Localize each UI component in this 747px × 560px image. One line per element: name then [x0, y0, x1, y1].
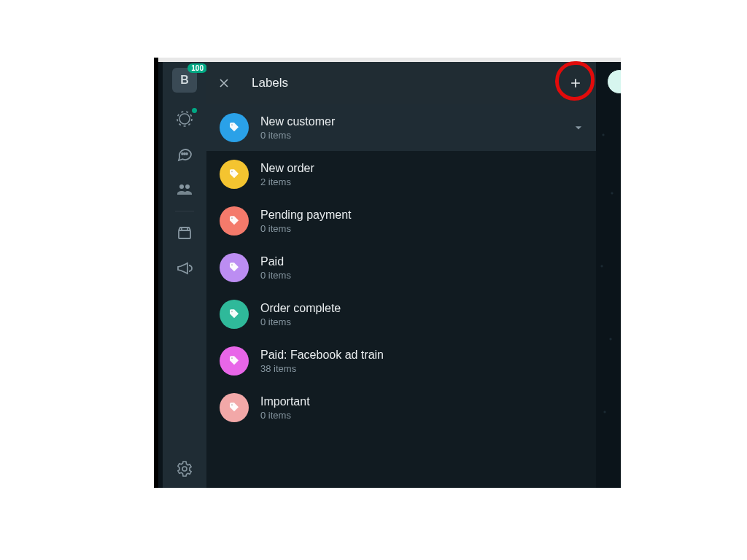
- panel-header: Labels: [206, 62, 600, 104]
- announce-icon[interactable]: [176, 260, 193, 277]
- svg-point-8: [182, 467, 187, 471]
- label-name: New order: [260, 161, 586, 176]
- label-subtitle: 0 items: [260, 409, 586, 421]
- svg-point-13: [231, 311, 233, 312]
- tag-icon: [220, 160, 249, 189]
- svg-point-9: [231, 124, 233, 125]
- label-subtitle: 38 items: [260, 362, 586, 375]
- svg-point-14: [231, 357, 233, 359]
- label-item[interactable]: New order2 items: [206, 151, 600, 198]
- label-list: New customer0 itemsNew order2 itemsPendi…: [206, 104, 600, 488]
- label-subtitle: 0 items: [260, 269, 586, 281]
- status-dot: [192, 108, 197, 113]
- labels-panel: Labels New customer0 itemsNew order2 ite…: [206, 62, 600, 488]
- label-item[interactable]: New customer0 items: [206, 104, 600, 151]
- svg-point-12: [231, 264, 233, 265]
- label-subtitle: 0 items: [260, 316, 586, 328]
- label-item[interactable]: Important0 items: [206, 384, 600, 431]
- label-texts: Pending payment0 items: [260, 208, 586, 235]
- label-name: Important: [260, 394, 586, 409]
- label-subtitle: 0 items: [260, 129, 560, 141]
- label-item[interactable]: Pending payment0 items: [206, 198, 600, 244]
- status-icon[interactable]: [176, 110, 193, 128]
- label-subtitle: 0 items: [260, 222, 586, 235]
- svg-rect-7: [179, 230, 190, 238]
- catalog-icon[interactable]: [176, 225, 193, 242]
- svg-point-11: [231, 217, 233, 219]
- chat-background: [596, 106, 621, 488]
- label-item[interactable]: Order complete0 items: [206, 291, 600, 338]
- tag-icon: [220, 206, 249, 236]
- tag-icon: [220, 300, 249, 329]
- svg-point-15: [231, 404, 233, 405]
- svg-point-4: [186, 153, 187, 155]
- label-texts: New customer0 items: [260, 114, 560, 141]
- close-button[interactable]: [215, 74, 233, 92]
- tag-icon: [220, 346, 249, 376]
- contact-avatar[interactable]: [607, 69, 621, 94]
- svg-point-5: [179, 184, 184, 189]
- label-name: New customer: [260, 114, 560, 129]
- svg-point-6: [185, 184, 190, 189]
- label-name: Paid: [260, 254, 586, 269]
- label-name: Paid: Facebook ad train: [260, 348, 586, 362]
- tag-icon: [220, 253, 249, 282]
- svg-point-10: [231, 171, 233, 172]
- add-label-button[interactable]: [562, 70, 589, 96]
- nav-divider: [175, 211, 194, 211]
- app-logo[interactable]: B 100: [172, 68, 197, 93]
- chat-area-sliver: [596, 62, 621, 488]
- svg-point-3: [184, 153, 185, 155]
- svg-point-0: [179, 114, 190, 124]
- app-window: B 100 Labels: [154, 58, 621, 488]
- label-item[interactable]: Paid0 items: [206, 244, 600, 291]
- chat-icon[interactable]: [176, 145, 193, 163]
- tag-icon: [220, 113, 249, 142]
- label-texts: Important0 items: [260, 394, 586, 421]
- nav-rail: B 100: [163, 62, 206, 488]
- communities-icon[interactable]: [176, 180, 193, 198]
- svg-point-2: [182, 153, 183, 155]
- label-texts: Paid0 items: [260, 254, 586, 281]
- label-name: Order complete: [260, 301, 586, 316]
- label-name: Pending payment: [260, 208, 586, 222]
- label-item[interactable]: Paid: Facebook ad train38 items: [206, 338, 600, 384]
- label-subtitle: 2 items: [260, 176, 586, 188]
- label-texts: Order complete0 items: [260, 301, 586, 328]
- chevron-down-icon[interactable]: [571, 120, 586, 135]
- label-texts: New order2 items: [260, 161, 586, 188]
- tag-icon: [220, 393, 249, 422]
- label-texts: Paid: Facebook ad train38 items: [260, 348, 586, 375]
- panel-title: Labels: [252, 76, 288, 90]
- settings-icon[interactable]: [176, 460, 193, 478]
- unread-badge: 100: [187, 63, 207, 73]
